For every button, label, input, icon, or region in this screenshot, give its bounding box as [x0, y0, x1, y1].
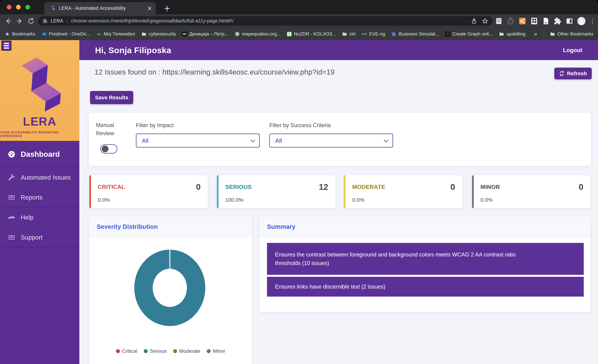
v-badge-icon: V	[445, 32, 450, 37]
extension-puzzle-icon	[42, 18, 48, 24]
browser-menu-icon[interactable]: ⋮	[590, 17, 596, 25]
severity-card-critical: CRITICAL 0 0.0%	[89, 175, 208, 208]
chart-legend: Critical Serious Moderate Minor	[89, 348, 252, 354]
table-extension-icon[interactable]	[495, 17, 503, 25]
bookmark-item[interactable]: Business Simulati...	[391, 31, 439, 37]
sidebar-item-label: Automated Issues	[21, 174, 71, 181]
legend-critical: Critical	[116, 348, 137, 354]
app-header: Hi, Sonja Filiposka Logout	[79, 40, 598, 60]
criteria-select[interactable]: All	[269, 133, 393, 148]
minor-percent: 0.0%	[481, 197, 493, 203]
new-tab-button[interactable]: +	[161, 2, 173, 14]
severity-distribution-title: Severity Distribution	[97, 223, 158, 230]
bookmark-item[interactable]: ∞ Moj Телекабел	[96, 31, 135, 37]
qr-extension-icon[interactable]	[530, 17, 538, 25]
close-window-button[interactable]	[7, 5, 11, 9]
extension-icons-row: ⋮	[495, 14, 596, 28]
bookmark-item[interactable]: upskilling	[499, 31, 525, 37]
sidebar-item-label: Support	[21, 234, 43, 241]
bookmark-item[interactable]: EVE EVE-ng	[362, 31, 385, 37]
bookmark-item[interactable]: Predmeti - OneDri...	[41, 31, 90, 37]
refresh-button[interactable]: Refresh	[554, 68, 592, 79]
criteria-select-value: All	[275, 137, 384, 144]
severity-donut-chart	[134, 250, 205, 326]
user-greeting: Hi, Sonja Filiposka	[95, 45, 171, 55]
sidebar-item-help[interactable]: Help	[0, 207, 79, 228]
save-results-button[interactable]: Save Results	[90, 91, 133, 104]
summary-item[interactable]: Ensures links have discernible text (2 i…	[267, 277, 584, 297]
bookmark-item[interactable]: ★ Bookmarks	[5, 31, 35, 37]
lera-favicon	[50, 5, 56, 11]
browser-toolbar: LERA | chrome-extension://neninfnjnhknni…	[0, 14, 598, 28]
mkd-icon: MK	[182, 32, 187, 37]
bookmark-item[interactable]: Z NoZDR - KOLXO3...	[287, 31, 336, 37]
tab-close-icon[interactable]: ×	[147, 5, 152, 11]
fullscreen-window-button[interactable]	[25, 5, 30, 9]
serious-count: 12	[319, 182, 328, 192]
folder-icon	[550, 31, 555, 37]
impact-select[interactable]: All	[136, 133, 260, 148]
minimize-window-button[interactable]	[16, 5, 21, 9]
logout-button[interactable]: Logout	[563, 47, 582, 53]
hamburger-menu-button[interactable]	[1, 41, 11, 51]
table-icon	[8, 193, 16, 201]
sidebar-item-label: Help	[21, 214, 33, 221]
brand-name: LERA	[23, 115, 57, 128]
omnibox-separator: |	[66, 18, 68, 24]
tab-strip: LERA - Automated Accessibility × +	[0, 0, 598, 14]
bookmark-item[interactable]: V Create Graph onli...	[445, 31, 493, 37]
bookmarks-bar: ★ Bookmarks Predmeti - OneDri... ∞ Moj Т…	[0, 28, 598, 40]
sidebar-item-automated-issues[interactable]: Automated Issues	[0, 168, 79, 188]
bookmarks-divider	[543, 31, 544, 37]
filter-impact-label: Filter by Impact	[136, 122, 174, 129]
minor-count: 0	[579, 182, 583, 192]
brand-panel: LERA YOUR ACCESSIBILITY REPORTING EXPERI…	[0, 40, 79, 141]
refresh-icon	[559, 71, 565, 76]
manual-review-label: Manual Review	[96, 121, 119, 138]
bookmark-item[interactable]: cybersecurity	[141, 31, 176, 37]
stopwatch-extension-icon[interactable]	[507, 17, 515, 25]
summary-item[interactable]: Ensures the contrast between foreground …	[267, 243, 584, 275]
puzzle-blue-icon	[391, 31, 397, 37]
filter-criteria-label: Filter by Success Criteria	[269, 122, 331, 129]
onedrive-icon	[41, 31, 47, 37]
sidebar-item-reports[interactable]: Reports	[0, 188, 79, 207]
browser-tab[interactable]: LERA - Automated Accessibility ×	[44, 2, 156, 14]
star-icon: ★	[5, 31, 10, 37]
document-extension-icon[interactable]	[542, 17, 550, 25]
forward-icon[interactable]	[14, 15, 25, 27]
issues-found-title: 12 Issues found on : https://learning.sk…	[94, 68, 335, 76]
chevron-down-icon	[384, 138, 388, 142]
sidebar: LERA YOUR ACCESSIBILITY REPORTING EXPERI…	[0, 40, 79, 364]
side-panel-icon[interactable]	[565, 17, 573, 25]
bookmark-star-icon[interactable]	[482, 18, 488, 24]
bookmark-item[interactable]: cirt	[342, 31, 356, 37]
critical-count: 0	[196, 182, 201, 192]
address-bar[interactable]: LERA | chrome-extension://neninfnjnhknni…	[38, 16, 493, 26]
bookmarks-overflow-chevron[interactable]: »	[534, 31, 537, 37]
tab-title-fade	[133, 4, 145, 14]
summary-title: Summary	[267, 223, 296, 230]
manual-review-toggle[interactable]	[100, 144, 117, 154]
extension-name-label: LERA	[51, 18, 63, 24]
filter-panel: Manual Review Filter by Impact All Filte…	[89, 113, 591, 166]
handshake-icon	[8, 213, 16, 222]
back-icon[interactable]	[2, 15, 14, 27]
folder-icon	[499, 31, 504, 37]
summary-panel: Summary Ensures the contrast between for…	[259, 216, 590, 312]
z-badge-icon: Z	[287, 32, 292, 37]
serious-percent: 100.0%	[225, 197, 243, 203]
share-node-extension-icon[interactable]	[518, 17, 526, 25]
sidebar-item-dashboard[interactable]: Dashboard	[0, 141, 79, 168]
sidebar-item-label: Reports	[21, 194, 43, 201]
eve-icon: EVE	[362, 31, 367, 37]
share-icon[interactable]	[471, 18, 477, 24]
profile-avatar[interactable]	[577, 17, 586, 25]
bookmark-item[interactable]: mapequation.org...	[234, 31, 281, 37]
reload-icon[interactable]	[25, 15, 37, 27]
bookmark-item[interactable]: MK Дениција – Петр...	[182, 31, 228, 37]
sidebar-item-support[interactable]: Support	[0, 228, 79, 248]
impact-select-value: All	[142, 137, 250, 144]
extensions-puzzle-icon[interactable]	[554, 17, 562, 25]
other-bookmarks[interactable]: Other Bookmarks	[550, 31, 593, 37]
